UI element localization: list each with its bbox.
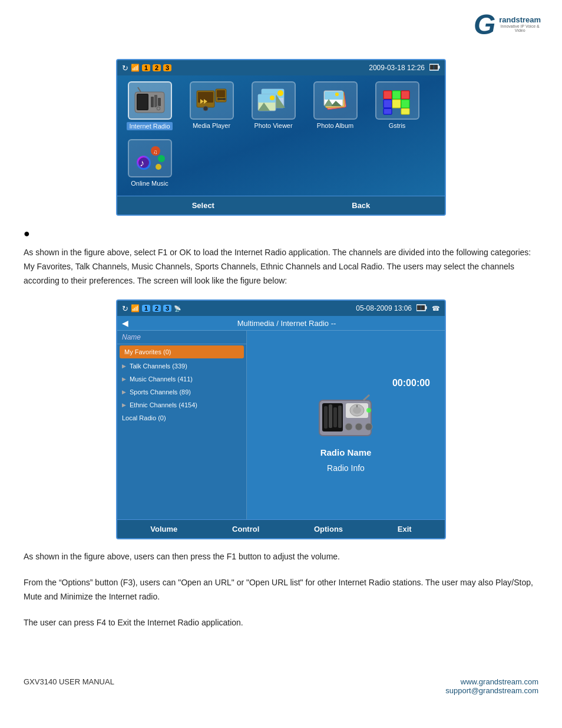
svg-rect-57 xyxy=(417,305,421,310)
svg-rect-7 xyxy=(151,97,154,107)
phone-icon-2: ☎ xyxy=(432,305,440,312)
photo-viewer-icon-box xyxy=(252,81,296,120)
svg-text:♫: ♫ xyxy=(153,149,158,155)
online-music-icon: ♪ ♫ xyxy=(132,142,167,174)
app-gstris[interactable]: Gstris xyxy=(368,81,427,130)
channel-label-2: Music Channels (411) xyxy=(130,375,193,383)
channel-item-3[interactable]: ▶ Sports Channels (89) xyxy=(117,386,246,398)
svg-point-67 xyxy=(353,407,361,414)
wifi-icon: 📶 xyxy=(131,64,140,72)
svg-rect-35 xyxy=(325,91,343,100)
svg-rect-64 xyxy=(338,406,342,428)
svg-rect-20 xyxy=(219,98,224,100)
svg-rect-40 xyxy=(384,100,392,108)
svg-point-70 xyxy=(345,423,352,430)
channel-arrow-4: ▶ xyxy=(122,402,126,408)
channel-arrow-1: ▶ xyxy=(122,363,126,369)
channel-label-5: Local Radio (0) xyxy=(122,414,166,421)
badge-3: 3 xyxy=(163,64,171,71)
screen2: ↻ 📶 1 2 3 📡 05-08-2009 13:06 ☎ xyxy=(116,299,446,539)
back-arrow-icon: ◀ xyxy=(122,318,128,328)
media-player-icon-box xyxy=(190,81,234,120)
footer: GXV3140 USER MANUAL www.grandstream.com … xyxy=(0,666,562,707)
options-button[interactable]: Options xyxy=(308,523,349,535)
channel-arrow-3: ▶ xyxy=(122,389,126,395)
datetime-2: 05-08-2009 13:06 xyxy=(356,304,412,312)
description2-block: As shown in the figure above, users can … xyxy=(24,550,538,630)
svg-rect-43 xyxy=(401,91,409,99)
photo-viewer-icon xyxy=(256,86,291,116)
status-left-1: ↻ 📶 1 2 3 xyxy=(122,64,171,73)
svg-rect-39 xyxy=(384,91,392,99)
app-online-music[interactable]: ♪ ♫ Online Music xyxy=(120,139,179,187)
refresh-icon: ↻ xyxy=(122,64,128,73)
svg-rect-44 xyxy=(401,100,409,108)
footer-right: www.grandstream.com support@grandstream.… xyxy=(445,677,538,695)
svg-rect-46 xyxy=(401,108,409,114)
badge-2: 2 xyxy=(153,64,161,71)
select-button[interactable]: Select xyxy=(180,200,226,211)
online-music-icon-box: ♪ ♫ xyxy=(128,139,172,177)
logo-g: G xyxy=(474,11,495,39)
svg-rect-9 xyxy=(158,98,161,106)
svg-point-73 xyxy=(366,408,371,413)
description1: As shown in the figure above, select F1 … xyxy=(24,246,538,288)
exit-button[interactable]: Exit xyxy=(392,523,418,535)
channel-item-0[interactable]: My Favorites (0) xyxy=(120,345,244,358)
status-left-2: ↻ 📶 1 2 3 📡 xyxy=(122,304,181,313)
badge-3-2: 3 xyxy=(163,305,171,312)
app-photo-viewer[interactable]: Photo Viewer xyxy=(244,81,303,130)
channel-item-4[interactable]: ▶ Ethnic Channels (4154) xyxy=(117,398,246,411)
apps-grid-1: Internet Radio xyxy=(117,75,445,136)
back-button[interactable]: Back xyxy=(340,200,382,211)
internet-radio-icon-box xyxy=(128,81,172,120)
svg-rect-62 xyxy=(329,404,332,428)
channel-item-1[interactable]: ▶ Talk Channels (339) xyxy=(117,360,246,373)
logo-brand: randstream xyxy=(495,15,544,24)
app-internet-radio[interactable]: Internet Radio xyxy=(120,81,179,130)
svg-rect-41 xyxy=(392,91,401,99)
media-player-label: Media Player xyxy=(193,122,230,129)
description2-line2: From the “Options” button (F3), users ca… xyxy=(24,576,538,604)
svg-rect-1 xyxy=(439,65,440,68)
channel-arrow-2: ▶ xyxy=(122,376,126,382)
signal-icon-2: 📡 xyxy=(174,305,181,312)
channel-item-5[interactable]: Local Radio (0) xyxy=(117,411,246,424)
svg-rect-63 xyxy=(333,407,337,427)
app-photo-album[interactable]: Photo Album xyxy=(306,81,365,130)
svg-line-69 xyxy=(363,395,369,400)
channel-list: Name My Favorites (0) ▶ Talk Channels (3… xyxy=(117,331,247,519)
svg-point-27 xyxy=(277,90,283,96)
photo-album-icon-box xyxy=(313,81,358,120)
photo-album-icon xyxy=(319,86,352,116)
internet-radio-label: Internet Radio xyxy=(127,122,172,130)
svg-rect-8 xyxy=(154,95,157,107)
status-right-2: 05-08-2009 13:06 ☎ xyxy=(356,304,440,313)
svg-point-53 xyxy=(156,164,161,170)
channel-item-2[interactable]: ▶ Music Channels (411) xyxy=(117,373,246,386)
bullet-section: ● xyxy=(24,228,538,240)
title-bar-2: ◀ Multimedia / Internet Radio -- xyxy=(117,316,445,331)
footer-email: support@grandstream.com xyxy=(445,686,538,695)
volume-button[interactable]: Volume xyxy=(144,523,183,535)
footer-website: www.grandstream.com xyxy=(445,677,538,686)
radio-info-label: Radio Info xyxy=(327,463,365,473)
description2-line3: The user can press F4 to Exit the Intern… xyxy=(24,616,538,630)
app-media-player[interactable]: Media Player xyxy=(182,81,241,130)
svg-rect-17 xyxy=(217,90,225,97)
control-button[interactable]: Control xyxy=(226,523,265,535)
gstris-icon xyxy=(382,86,412,116)
online-music-label: Online Music xyxy=(131,180,168,187)
badge-1: 1 xyxy=(142,64,150,71)
apps-row2: ♪ ♫ Online Music xyxy=(117,136,445,196)
logo: G randstream Innovative IP Voice & Video xyxy=(474,11,544,39)
svg-point-71 xyxy=(355,423,362,430)
svg-rect-3 xyxy=(434,65,438,70)
svg-line-10 xyxy=(138,87,141,92)
svg-rect-2 xyxy=(430,65,434,70)
button-bar-1: Select Back xyxy=(117,196,445,215)
badge-1-2: 1 xyxy=(142,305,150,312)
svg-text:♪: ♪ xyxy=(140,158,144,168)
footer-left: GXV3140 USER MANUAL xyxy=(24,677,114,695)
status-bar-1: ↻ 📶 1 2 3 2009-03-18 12:26 xyxy=(117,60,445,75)
